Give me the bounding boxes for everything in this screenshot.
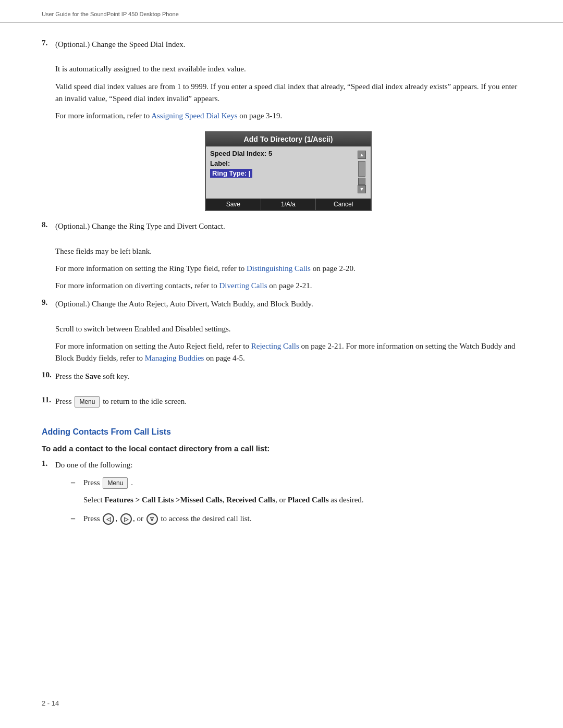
step-9-sub2-post: on page 4-5. [204, 354, 244, 362]
step-10-bold: Save [85, 372, 101, 380]
select-mid2: , or [275, 496, 288, 504]
step-10-number: 10. [42, 371, 55, 379]
section-step-1-content: Do one of the following: – Press Menu . … [55, 459, 521, 530]
step-7-main: (Optional.) Change the Speed Dial Index. [55, 39, 521, 51]
step-8-sub2: For more information on setting the Ring… [55, 263, 521, 275]
page-number: 2 - 14 [42, 699, 59, 707]
step-7-sub2: Valid speed dial index values are from 1… [55, 81, 521, 105]
phone-btn-cancel: Cancel [316, 199, 371, 210]
step-8-content: (Optional.) Change the Ring Type and Div… [55, 220, 521, 238]
step-11-main: Press Menu to return to the idle screen. [55, 396, 521, 408]
select-bold2: Received Calls [226, 496, 275, 504]
managing-buddies-link[interactable]: Managing Buddies [145, 354, 204, 362]
step-8: 8. (Optional.) Change the Ring Type and … [42, 220, 521, 238]
step-8-sub3: For more information on diverting contac… [55, 280, 521, 292]
step-9: 9. (Optional.) Change the Auto Reject, A… [42, 298, 521, 315]
step-11-pre: Press [55, 397, 74, 405]
select-pre: Select [83, 496, 104, 504]
step-9-content: (Optional.) Change the Auto Reject, Auto… [55, 298, 521, 315]
diverting-calls-link[interactable]: Diverting Calls [219, 281, 267, 290]
distinguishing-calls-link[interactable]: Distinguishing Calls [247, 264, 311, 273]
step-11: 11. Press Menu to return to the idle scr… [42, 396, 521, 413]
scroll-icon-mid [358, 178, 365, 185]
dash-list: – Press Menu . Select Features > Call Li… [71, 477, 521, 525]
section-step-1-main: Do one of the following: [55, 459, 521, 471]
page-container: User Guide for the SoundPoint IP 450 Des… [0, 0, 563, 728]
step-9-sub2-pre: For more information on setting the Auto… [55, 342, 251, 350]
step-8-indent: These fields may be left blank. For more… [55, 245, 521, 292]
page-footer: 2 - 14 [42, 699, 59, 707]
scroll-up-btn: ▲ [358, 151, 366, 159]
field-speed-dial: Speed Dial Index: 5 [210, 150, 357, 157]
main-content: 7. (Optional.) Change the Speed Dial Ind… [0, 23, 563, 569]
step-7-sub3-pre: For more information, refer to [55, 112, 151, 120]
dash-item-3: – Press ◁, ▷, or ∇ to access the desired… [71, 513, 521, 525]
step-10-post: soft key. [101, 372, 129, 380]
step-9-sub2: For more information on setting the Auto… [55, 340, 521, 365]
step-7-sub3: For more information, refer to Assigning… [55, 110, 521, 122]
section-step-1: 1. Do one of the following: – Press Menu… [42, 459, 521, 530]
field-ring-type-active: Ring Type: | [210, 169, 252, 178]
dash-1-pre: Press [83, 478, 102, 487]
phone-btn-1aa: 1/A/a [261, 199, 316, 210]
step-10: 10. Press the Save soft key. [42, 371, 521, 388]
phone-screen-fields: Speed Dial Index: 5 Label: Ring Type: | [210, 150, 357, 195]
step-8-number: 8. [42, 220, 55, 229]
step-11-content: Press Menu to return to the idle screen. [55, 396, 521, 413]
field-ring-type: Ring Type: | [210, 169, 357, 177]
step-11-number: 11. [42, 396, 55, 404]
header-text: User Guide for the SoundPoint IP 450 Des… [42, 11, 179, 17]
step-7-sub1: It is automatically assigned to the next… [55, 63, 521, 75]
section-bold-heading: To add a contact to the local contact di… [42, 444, 521, 453]
step-7-sub3-post: on page 3-19. [238, 112, 283, 120]
select-block: Select Features > Call Lists >Missed Cal… [83, 494, 521, 506]
phone-screen-title: Add To Directory (1/Ascii) [206, 132, 371, 146]
nav-btn-right: ▷ [120, 513, 132, 525]
dash-3-icon: – [71, 512, 80, 525]
select-text: Select Features > Call Lists >Missed Cal… [83, 494, 521, 506]
select-bold1: Features > Call Lists >Missed Calls [104, 496, 222, 504]
section-heading: Adding Contacts From Call Lists [42, 427, 521, 437]
step-7-number: 7. [42, 39, 55, 47]
step-7-content: (Optional.) Change the Speed Dial Index. [55, 39, 521, 56]
step-11-menu-key: Menu [75, 396, 100, 408]
dash-3-content: Press ◁, ▷, or ∇ to access the desired c… [83, 513, 252, 525]
section-step-1-number: 1. [42, 459, 55, 468]
dash-1-icon: – [71, 476, 80, 489]
step-7: 7. (Optional.) Change the Speed Dial Ind… [42, 39, 521, 56]
step-8-main: (Optional.) Change the Ring Type and Div… [55, 220, 521, 232]
step-9-sub1: Scroll to switch between Enabled and Dis… [55, 323, 521, 335]
step-10-pre: Press the [55, 372, 85, 380]
scroll-track [358, 161, 365, 177]
field-label: Label: [210, 159, 357, 167]
dash-1-menu-key: Menu [103, 477, 128, 489]
step-8-sub2-pre: For more information on setting the Ring… [55, 264, 247, 273]
phone-screen-body: Speed Dial Index: 5 Label: Ring Type: | … [206, 146, 371, 199]
nav-btn-down: ∇ [146, 513, 158, 525]
phone-btn-save: Save [206, 199, 261, 210]
step-9-indent: Scroll to switch between Enabled and Dis… [55, 323, 521, 365]
select-bold3: Placed Calls [288, 496, 329, 504]
phone-screen-scrollbar: ▲ ▼ [357, 150, 366, 195]
dash-3-post: to access the desired call list. [161, 514, 251, 523]
step-10-main: Press the Save soft key. [55, 371, 521, 382]
step-10-content: Press the Save soft key. [55, 371, 521, 388]
nav-btn-left: ◁ [103, 513, 114, 525]
scroll-down-btn: ▼ [358, 185, 366, 193]
step-7-indent: It is automatically assigned to the next… [55, 63, 521, 211]
step-9-number: 9. [42, 298, 55, 307]
select-post: as desired. [329, 496, 364, 504]
dash-3-pre: Press [83, 514, 102, 523]
step-8-sub3-post: on page 2-21. [267, 281, 312, 290]
assigning-speed-dial-link[interactable]: Assigning Speed Dial Keys [151, 112, 237, 120]
dash-1-post: . [129, 478, 133, 487]
step-8-sub2-post: on page 2-20. [311, 264, 356, 273]
step-8-sub3-pre: For more information on diverting contac… [55, 281, 219, 290]
phone-screen-footer: Save 1/A/a Cancel [206, 199, 371, 210]
dash-1-content: Press Menu . [83, 477, 133, 489]
phone-screen: Add To Directory (1/Ascii) Speed Dial In… [205, 131, 372, 211]
page-header: User Guide for the SoundPoint IP 450 Des… [0, 0, 563, 23]
rejecting-calls-link[interactable]: Rejecting Calls [251, 342, 299, 350]
step-8-sub1: These fields may be left blank. [55, 245, 521, 257]
step-9-main: (Optional.) Change the Auto Reject, Auto… [55, 298, 521, 310]
